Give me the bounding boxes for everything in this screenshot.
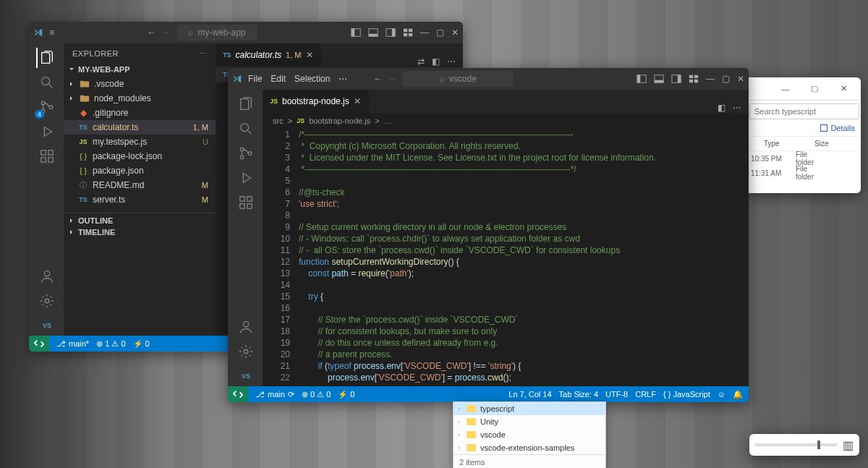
activity-search[interactable]	[235, 119, 255, 139]
minimize-icon[interactable]: —	[773, 80, 799, 98]
remote-indicator[interactable]	[228, 386, 248, 402]
nav-back-icon[interactable]: ←	[148, 27, 156, 38]
breadcrumb[interactable]: src > JS bootstrap-node.js > …	[263, 113, 749, 129]
split-icon[interactable]: ◧	[718, 103, 726, 113]
tab-close-icon[interactable]: ✕	[354, 96, 361, 106]
layout-custom-icon[interactable]	[403, 27, 413, 38]
code-editor[interactable]: 12345678910111213141516171819202122 /*--…	[263, 129, 749, 386]
feedback-icon[interactable]: ☺	[718, 390, 726, 399]
explorer-titlebar[interactable]: — ▢ ✕	[745, 77, 861, 101]
menu-file[interactable]: File	[248, 74, 262, 84]
command-center[interactable]: ⌕ vscode	[402, 71, 514, 87]
activity-remote-badge[interactable]: VS	[36, 315, 56, 336]
project-section-header[interactable]: MY-WEB-APP	[64, 64, 216, 75]
activity-explorer[interactable]	[36, 48, 56, 68]
menu-icon[interactable]: ≡	[49, 27, 54, 38]
file-row[interactable]: JSmy.testspec.jsU	[64, 135, 216, 149]
editor-tab[interactable]: TS calculator.ts 1, M ✕	[216, 43, 321, 67]
layout-bottom-icon[interactable]	[654, 74, 664, 84]
menu-selection[interactable]: Selection	[294, 74, 330, 84]
explorer-row[interactable]: 11:31 AMFile folder	[745, 166, 861, 180]
col-type[interactable]: Type	[764, 140, 814, 148]
close-icon[interactable]: ✕	[830, 80, 856, 98]
tab-close-icon[interactable]: ✕	[306, 50, 313, 60]
status-indent[interactable]: Tab Size: 4	[559, 390, 598, 399]
maximize-icon[interactable]: ▢	[801, 80, 827, 98]
view-icon[interactable]: ▥	[843, 438, 854, 452]
nav-back-icon[interactable]: ←	[373, 74, 382, 84]
activity-settings[interactable]	[36, 291, 56, 311]
editor-tab[interactable]: JS bootstrap-node.js ✕	[263, 90, 369, 113]
layout-right-icon[interactable]	[386, 27, 396, 38]
file-row[interactable]: .vscode	[64, 77, 216, 91]
maximize-icon[interactable]: ▢	[722, 74, 730, 84]
maximize-icon[interactable]: ▢	[436, 27, 444, 38]
activity-search[interactable]	[36, 72, 56, 93]
file-row[interactable]: TSserver.tsM	[64, 192, 216, 207]
search-input[interactable]	[749, 103, 859, 119]
close-icon[interactable]: ✕	[737, 74, 744, 84]
status-branch[interactable]: ⎇ main*	[56, 339, 89, 349]
popup-item[interactable]: ›Unity	[454, 415, 605, 428]
explorer-row[interactable]: 10:35 PMFile folder	[745, 151, 861, 166]
status-encoding[interactable]: UTF-8	[605, 390, 628, 399]
layout-left-icon[interactable]	[351, 27, 361, 38]
popup-item[interactable]: ›typescript	[454, 402, 605, 415]
activity-account[interactable]	[235, 317, 255, 337]
status-branch[interactable]: ⎇ main ⟳	[255, 390, 294, 399]
more-icon[interactable]: ⋯	[199, 49, 208, 59]
compare-icon[interactable]: ⇄	[417, 56, 425, 67]
layout-right-icon[interactable]	[671, 74, 681, 84]
zoom-slider[interactable]	[755, 443, 837, 446]
file-row[interactable]: TScalculator.ts1, M	[64, 120, 216, 135]
code-body[interactable]: /*--------------------------------------…	[299, 129, 749, 386]
command-center[interactable]: ⌕ my-web-app	[176, 25, 258, 41]
popup-item[interactable]: ›vscode	[454, 428, 605, 441]
minimize-icon[interactable]: —	[706, 74, 715, 84]
status-eol[interactable]: CRLF	[635, 390, 656, 399]
col-size[interactable]: Size	[814, 140, 843, 148]
file-row[interactable]: node_modules	[64, 91, 216, 106]
close-icon[interactable]: ✕	[451, 27, 459, 38]
file-row[interactable]: ◆.gitignore	[64, 106, 216, 120]
titlebar[interactable]: ≡ ← → ⌕ my-web-app — ▢ ✕	[29, 22, 463, 43]
status-ports[interactable]: ⚡ 0	[338, 390, 354, 399]
details-button[interactable]: Details	[830, 124, 855, 132]
activity-explorer[interactable]	[235, 94, 255, 114]
more-icon[interactable]: ⋯	[733, 103, 741, 113]
status-ports[interactable]: ⚡ 0	[133, 339, 150, 349]
activity-debug[interactable]	[235, 168, 255, 188]
activity-extensions[interactable]	[235, 192, 255, 213]
nav-fwd-icon[interactable]: →	[162, 27, 171, 38]
nav-fwd-icon[interactable]: →	[388, 74, 396, 84]
titlebar[interactable]: File Edit Selection ⋯ ← → ⌕ vscode — ▢ ✕	[228, 68, 749, 90]
status-problems[interactable]: ⊗ 0 ⚠ 0	[302, 390, 331, 399]
menu-edit[interactable]: Edit	[271, 74, 286, 84]
status-cursor[interactable]: Ln 7, Col 14	[509, 390, 551, 399]
file-row[interactable]: { }package-lock.json	[64, 149, 216, 163]
activity-extensions[interactable]	[36, 146, 56, 166]
layout-left-icon[interactable]	[637, 74, 647, 84]
activity-scm[interactable]	[235, 143, 255, 163]
layout-custom-icon[interactable]	[689, 74, 699, 84]
file-row[interactable]: ⓘREADME.mdM	[64, 178, 216, 192]
activity-debug[interactable]	[36, 122, 56, 142]
activity-scm[interactable]: 4	[36, 97, 56, 117]
split-icon[interactable]: ◧	[432, 56, 440, 67]
activity-remote-badge[interactable]: VS	[235, 366, 255, 386]
menu-more-icon[interactable]: ⋯	[339, 74, 347, 84]
popup-item[interactable]: ›vscode-extension-samples	[454, 441, 605, 454]
file-row[interactable]: { }package.json	[64, 163, 216, 178]
minimize-icon[interactable]: —	[420, 27, 429, 38]
remote-indicator[interactable]	[29, 336, 49, 352]
bell-icon[interactable]: 🔔	[733, 390, 743, 399]
checkbox-icon[interactable]	[820, 124, 827, 132]
timeline-section[interactable]: TIMELINE	[64, 226, 216, 238]
status-problems[interactable]: ⊗ 1 ⚠ 0	[96, 339, 125, 349]
layout-bottom-icon[interactable]	[368, 27, 378, 38]
status-language[interactable]: { } JavaScript	[663, 390, 710, 399]
more-icon[interactable]: ⋯	[447, 56, 456, 67]
activity-settings[interactable]	[235, 341, 255, 362]
outline-section[interactable]: OUTLINE	[64, 215, 216, 226]
activity-account[interactable]	[36, 266, 56, 286]
